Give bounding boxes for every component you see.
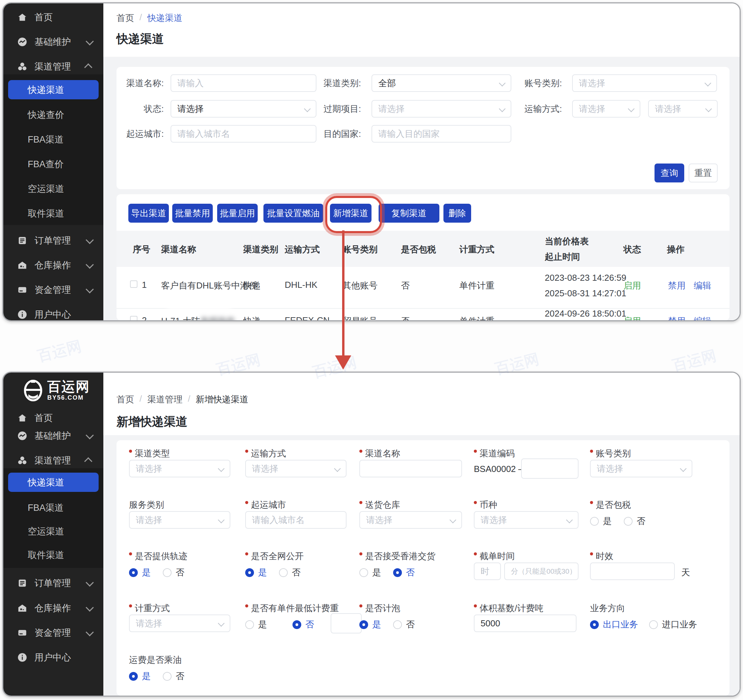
breadcrumb-home[interactable]: 首页 [117, 394, 134, 405]
sidebar-subitem-fba-channel[interactable]: FBA渠道 [28, 130, 64, 149]
transport-select[interactable]: 请选择 [245, 460, 346, 478]
account-category-select[interactable]: 请选择 [572, 74, 717, 92]
sidebar-subitem-air-channel[interactable]: 空运渠道 [28, 179, 64, 199]
sidebar-item-user-center[interactable]: 用户中心 [3, 648, 104, 667]
disable-link[interactable]: 禁用 [668, 280, 685, 292]
volume-base-input[interactable]: 5000 [474, 614, 577, 632]
sidebar-item-home[interactable]: 首页 [3, 408, 104, 428]
breadcrumb-home[interactable]: 首页 [117, 12, 134, 24]
batch-fuel-button[interactable]: 批量设置燃油 [263, 204, 323, 222]
bubble-yes-radio[interactable]: 是 [359, 618, 381, 630]
service-category-select[interactable]: 请选择 [129, 511, 230, 529]
reset-button[interactable]: 重置 [689, 163, 718, 182]
chevron-down-icon [86, 236, 94, 244]
sidebar-item-order-mgmt[interactable]: 订单管理 [3, 573, 104, 593]
sidebar-item-warehouse-ops[interactable]: 仓库操作 [3, 255, 104, 275]
sidebar-item-maintenance[interactable]: 基础维护 [3, 426, 104, 446]
row-checkbox[interactable] [130, 280, 138, 288]
public-no-radio[interactable]: 否 [279, 567, 300, 578]
sidebar-item-maintenance[interactable]: 基础维护 [3, 32, 104, 52]
delivery-warehouse-select[interactable]: 请选择 [359, 511, 462, 529]
filter-label-transport: 运输方式: [494, 100, 562, 117]
dest-country-input[interactable]: 请输入目的国家 [372, 125, 511, 142]
chevron-down-icon [86, 431, 94, 439]
channel-name-input[interactable] [359, 460, 462, 478]
field-label-fuel-multiply: 运费是否乘油 [129, 654, 182, 666]
channel-category-select[interactable]: 全部 [372, 74, 511, 92]
tax-yes-radio[interactable]: 是 [590, 515, 611, 527]
channel-code-input[interactable] [521, 458, 579, 479]
sidebar-item-home[interactable]: 首页 [3, 7, 104, 27]
logo-site: BY56.COM [47, 394, 90, 401]
hk-yes-radio[interactable]: 是 [359, 567, 381, 578]
field-label-aging: 时效 [590, 550, 613, 562]
edit-link[interactable]: 编辑 [694, 315, 711, 320]
radio-icon [279, 568, 288, 577]
export-channel-button[interactable]: 导出渠道 [128, 204, 169, 222]
origin-city-input[interactable]: 请输入城市名 [245, 511, 346, 529]
sidebar-subitem-express-channel-active[interactable]: 快递渠道 [8, 473, 99, 492]
sidebar-subitem-air-channel[interactable]: 空运渠道 [28, 522, 64, 541]
cutoff-minute-input[interactable]: 分（只能是00或30） [504, 562, 579, 580]
sidebar-subitem-express-channel-active[interactable]: 快递渠道 [8, 80, 99, 99]
tracking-no-radio[interactable]: 否 [163, 567, 184, 578]
account-category-select[interactable]: 请选择 [590, 460, 692, 478]
sidebar-item-order-mgmt[interactable]: 订单管理 [3, 231, 104, 250]
transport-select-1[interactable]: 请选择 [572, 100, 640, 117]
transport-select-2[interactable]: 请选择 [648, 100, 718, 117]
sidebar-item-channel-mgmt[interactable]: 渠道管理 [3, 57, 104, 76]
channel-type-select[interactable]: 请选择 [129, 460, 230, 478]
batch-enable-button[interactable]: 批量启用 [217, 204, 258, 222]
sidebar-subitem-express-price[interactable]: 快递查价 [28, 105, 64, 125]
field-label-service-category: 服务类别 [129, 499, 164, 511]
tax-no-radio[interactable]: 否 [624, 515, 645, 527]
warehouse-icon [17, 603, 28, 614]
sidebar-item-label: 用户中心 [34, 308, 71, 320]
sidebar-item-label: 基础维护 [34, 430, 71, 442]
field-label-channel-type: 渠道类型 [129, 448, 170, 460]
batch-disable-button[interactable]: 批量禁用 [172, 204, 213, 222]
sidebar-subitem-fba-price[interactable]: FBA查价 [28, 154, 64, 174]
import-business-radio[interactable]: 进口业务 [649, 618, 697, 630]
sidebar-subitem-pickup-channel[interactable]: 取件渠道 [28, 204, 64, 223]
min-charge-no-radio[interactable]: 否 [293, 618, 314, 630]
field-label-transport: 运输方式 [245, 448, 286, 460]
disable-link[interactable]: 禁用 [668, 315, 685, 320]
sidebar-item-fund-mgmt[interactable]: 资金管理 [3, 280, 104, 300]
aging-input[interactable] [590, 562, 675, 580]
currency-select[interactable]: 请选择 [474, 511, 579, 529]
min-charge-yes-radio[interactable]: 是 [245, 618, 267, 630]
breadcrumb-current[interactable]: 快递渠道 [147, 12, 182, 24]
sidebar-subitem-pickup-channel[interactable]: 取件渠道 [28, 545, 64, 565]
sidebar-item-label: 资金管理 [34, 627, 71, 639]
cutoff-hour-input[interactable]: 时 [474, 562, 501, 580]
breadcrumb-channel-mgmt[interactable]: 渠道管理 [147, 394, 182, 405]
search-button[interactable]: 查询 [654, 163, 684, 182]
fuel-no-radio[interactable]: 否 [163, 670, 184, 682]
min-charge-weight-input[interactable] [331, 613, 362, 633]
filter-label-channel-name: 渠道名称: [104, 74, 164, 92]
public-yes-radio[interactable]: 是 [245, 567, 267, 578]
fuel-yes-radio[interactable]: 是 [129, 670, 151, 682]
aging-suffix: 天 [681, 567, 690, 578]
weigh-method-select[interactable]: 请选择 [129, 614, 230, 632]
annotation-arrow-line [342, 230, 345, 356]
expired-project-select[interactable]: 请选择 [372, 100, 511, 117]
sidebar-item-fund-mgmt[interactable]: 资金管理 [3, 623, 104, 642]
edit-link[interactable]: 编辑 [694, 280, 711, 292]
radio-icon [393, 620, 402, 629]
sidebar-item-warehouse-ops[interactable]: 仓库操作 [3, 598, 104, 618]
copy-channel-button[interactable]: 复制渠道 [379, 204, 440, 222]
export-business-radio[interactable]: 出口业务 [590, 618, 638, 630]
form-panel: 渠道类型 请选择 运输方式 请选择 渠道名称 渠道编码 BSA00002 – 账… [117, 440, 730, 696]
field-label-volume-base: 体积基数/计费吨 [474, 602, 543, 614]
radio-icon [245, 568, 254, 577]
delete-button[interactable]: 删除 [443, 204, 471, 222]
tracking-yes-radio[interactable]: 是 [129, 567, 151, 578]
bubble-no-radio[interactable]: 否 [393, 618, 415, 630]
sidebar-subitem-fba-channel[interactable]: FBA渠道 [28, 498, 64, 518]
sidebar-item-channel-mgmt[interactable]: 渠道管理 [3, 451, 104, 470]
hk-no-radio[interactable]: 否 [393, 567, 415, 578]
sidebar-item-user-center[interactable]: 用户中心 [3, 305, 104, 321]
row-checkbox[interactable] [130, 316, 138, 320]
